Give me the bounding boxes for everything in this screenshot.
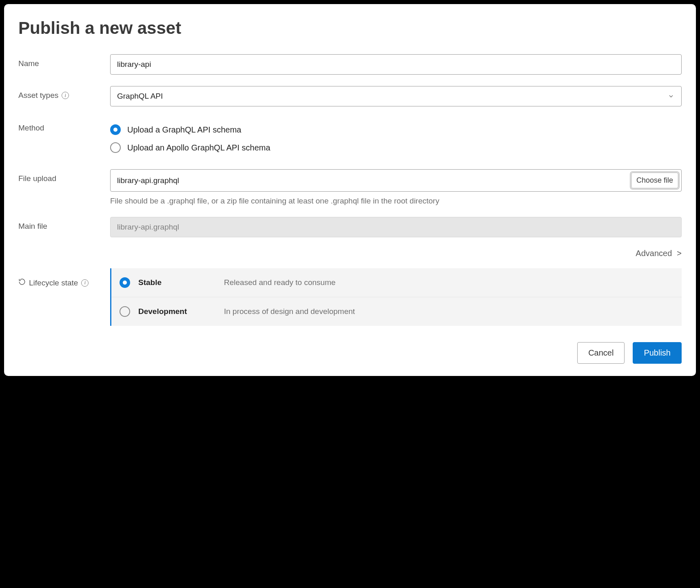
file-upload-helper: File should be a .graphql file, or a zip…: [110, 197, 682, 206]
name-input[interactable]: [110, 54, 682, 75]
advanced-label: Advanced: [636, 249, 672, 258]
lifecycle-option-development[interactable]: Development In process of design and dev…: [111, 297, 682, 326]
lifecycle-option-stable[interactable]: Stable Released and ready to consume: [111, 268, 682, 297]
label-lifecycle: Lifecycle state: [29, 279, 78, 287]
lifecycle-name: Development: [138, 307, 216, 316]
label-main-file: Main file: [18, 217, 110, 231]
radio-icon: [120, 277, 130, 288]
radio-icon: [110, 142, 121, 153]
method-radio-graphql[interactable]: Upload a GraphQL API schema: [110, 124, 682, 135]
radio-icon: [110, 124, 121, 135]
file-upload-filename: library-api.graphql: [117, 176, 179, 185]
radio-label: Upload a GraphQL API schema: [127, 125, 241, 135]
asset-types-select[interactable]: GraphQL API: [110, 86, 682, 106]
radio-icon: [120, 306, 130, 317]
choose-file-button[interactable]: Choose file: [631, 172, 678, 188]
row-main-file: Main file library-api.graphql: [18, 217, 682, 237]
row-method: Method Upload a GraphQL API schema Uploa…: [18, 123, 682, 153]
row-lifecycle: Lifecycle state i Stable Released and re…: [18, 268, 682, 326]
main-file-input: library-api.graphql: [110, 217, 682, 237]
label-method: Method: [18, 123, 110, 133]
lifecycle-icon: [18, 278, 26, 287]
cancel-button[interactable]: Cancel: [577, 342, 625, 364]
label-asset-types: Asset types: [18, 91, 58, 100]
info-icon[interactable]: i: [81, 279, 89, 287]
chevron-down-icon: [667, 93, 675, 100]
method-radio-apollo[interactable]: Upload an Apollo GraphQL API schema: [110, 142, 682, 153]
label-file-upload: File upload: [18, 169, 110, 183]
lifecycle-table: Stable Released and ready to consume Dev…: [110, 268, 682, 326]
radio-label: Upload an Apollo GraphQL API schema: [127, 143, 270, 153]
lifecycle-desc: In process of design and development: [224, 307, 355, 316]
lifecycle-desc: Released and ready to consume: [224, 278, 336, 287]
footer-actions: Cancel Publish: [18, 342, 682, 364]
row-file-upload: File upload library-api.graphql Choose f…: [18, 169, 682, 192]
row-name: Name: [18, 54, 682, 75]
row-asset-types: Asset types i GraphQL API: [18, 86, 682, 106]
asset-types-value: GraphQL API: [117, 92, 163, 101]
advanced-toggle[interactable]: Advanced >: [636, 249, 682, 258]
lifecycle-name: Stable: [138, 278, 216, 287]
chevron-right-icon: >: [677, 249, 682, 258]
file-upload-field: library-api.graphql Choose file: [110, 169, 682, 192]
info-icon[interactable]: i: [62, 92, 69, 99]
page-title: Publish a new asset: [18, 18, 682, 38]
publish-asset-panel: Publish a new asset Name Asset types i G…: [4, 4, 696, 376]
label-name: Name: [18, 54, 110, 68]
publish-button[interactable]: Publish: [633, 342, 682, 364]
